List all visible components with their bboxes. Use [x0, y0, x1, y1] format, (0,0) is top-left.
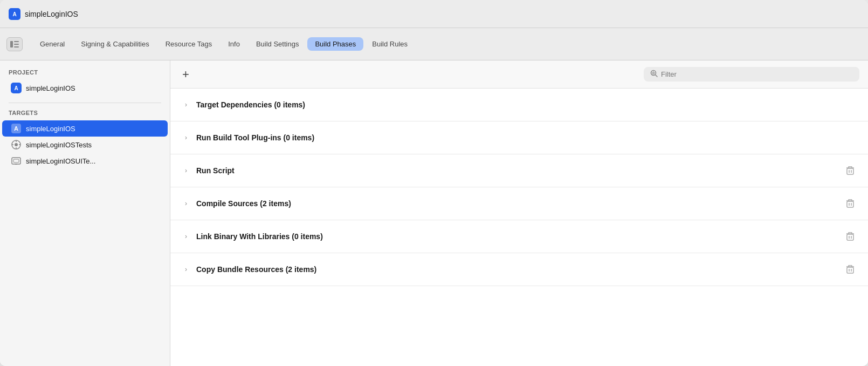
- target-0-icon: A: [11, 123, 22, 134]
- content-area: + ›: [170, 60, 868, 366]
- svg-rect-40: [847, 234, 853, 240]
- phase-row[interactable]: › Compile Sources (2 items): [170, 187, 868, 220]
- chevron-icon: ›: [181, 265, 191, 274]
- phase-row[interactable]: › Link Binary With Libraries (0 items): [170, 220, 868, 253]
- tabs-bar: General Signing & Capabilities Resource …: [0, 28, 868, 60]
- chevron-icon: ›: [181, 199, 191, 208]
- add-phase-button[interactable]: +: [179, 67, 192, 82]
- project-icon: A: [11, 83, 22, 93]
- svg-rect-5: [14, 46, 19, 48]
- tab-build-settings[interactable]: Build Settings: [249, 37, 307, 51]
- phase-row[interactable]: › Copy Bundle Resources (2 items): [170, 253, 868, 286]
- target-0-label: simpleLoginIOS: [26, 125, 75, 133]
- tab-signing[interactable]: Signing & Capabilities: [73, 37, 156, 51]
- svg-rect-44: [847, 267, 853, 273]
- sidebar-item-project[interactable]: A simpleLoginIOS: [2, 80, 168, 96]
- title-bar: A simpleLoginIOS: [0, 0, 868, 28]
- window-title: simpleLoginIOS: [25, 10, 78, 18]
- delete-phase-button[interactable]: [843, 164, 857, 177]
- main-layout: PROJECT A simpleLoginIOS TARGETS A: [0, 60, 868, 366]
- target-1-icon: [11, 139, 22, 150]
- target-2-label: simpleLoginIOSUITe...: [26, 157, 95, 165]
- svg-text:A: A: [14, 125, 18, 132]
- phase-label: Copy Bundle Resources (2 items): [196, 265, 843, 274]
- tab-general[interactable]: General: [32, 37, 72, 51]
- phase-label: Run Script: [196, 166, 843, 175]
- tab-resource-tags[interactable]: Resource Tags: [158, 37, 219, 51]
- tab-build-phases[interactable]: Build Phases: [307, 37, 363, 51]
- target-2-icon: [11, 155, 22, 166]
- sidebar-toggle-button[interactable]: [6, 37, 23, 51]
- targets-section-label: TARGETS: [0, 110, 170, 120]
- project-label: simpleLoginIOS: [26, 84, 75, 92]
- sidebar: PROJECT A simpleLoginIOS TARGETS A: [0, 60, 170, 366]
- delete-phase-button[interactable]: [843, 197, 857, 210]
- phase-label: Target Dependencies (0 items): [196, 100, 843, 109]
- tab-info[interactable]: Info: [221, 37, 247, 51]
- chevron-icon: ›: [181, 100, 191, 110]
- svg-rect-17: [13, 159, 19, 162]
- content-toolbar: +: [170, 60, 868, 89]
- phase-label: Compile Sources (2 items): [196, 199, 843, 208]
- svg-rect-36: [847, 201, 853, 207]
- phase-row[interactable]: › Run Script: [170, 154, 868, 187]
- sidebar-item-target-0[interactable]: A simpleLoginIOS: [2, 120, 168, 137]
- delete-phase-button[interactable]: [843, 263, 857, 276]
- target-1-label: simpleLoginIOSTests: [26, 141, 92, 149]
- project-section-label: PROJECT: [0, 69, 170, 80]
- svg-line-20: [656, 75, 658, 77]
- phase-row[interactable]: › Target Dependencies (0 items): [170, 89, 868, 121]
- chevron-icon: ›: [181, 232, 191, 241]
- svg-point-11: [15, 143, 18, 146]
- filter-input-wrap: [644, 67, 859, 82]
- filter-input[interactable]: [661, 70, 853, 78]
- svg-rect-4: [14, 44, 19, 45]
- svg-text:A: A: [12, 11, 16, 17]
- phases-list: › Target Dependencies (0 items) ›: [170, 89, 868, 366]
- chevron-icon: ›: [181, 133, 191, 143]
- svg-rect-32: [847, 168, 853, 174]
- phase-label: Link Binary With Libraries (0 items): [196, 232, 843, 241]
- chevron-icon: ›: [181, 166, 191, 175]
- filter-icon: [650, 70, 658, 79]
- main-window: A simpleLoginIOS General Signing & Capab…: [0, 0, 868, 366]
- svg-rect-16: [12, 158, 20, 164]
- sidebar-item-target-2[interactable]: simpleLoginIOSUITe...: [2, 153, 168, 169]
- app-icon: A: [9, 8, 20, 20]
- tab-build-rules[interactable]: Build Rules: [364, 37, 415, 51]
- delete-phase-button[interactable]: [843, 230, 857, 243]
- svg-rect-3: [14, 41, 19, 42]
- svg-rect-2: [10, 41, 13, 48]
- svg-text:A: A: [14, 85, 18, 91]
- sidebar-divider: [9, 103, 161, 103]
- phase-row[interactable]: › Run Build Tool Plug-ins (0 items): [170, 121, 868, 154]
- sidebar-item-target-1[interactable]: simpleLoginIOSTests: [2, 137, 168, 153]
- phase-label: Run Build Tool Plug-ins (0 items): [196, 133, 843, 142]
